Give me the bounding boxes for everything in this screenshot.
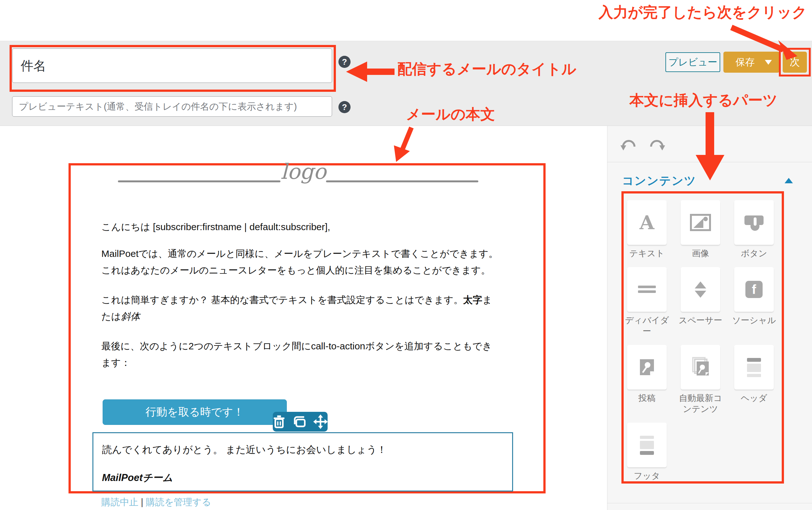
footer-block-icon bbox=[639, 435, 655, 455]
block-item-text[interactable]: A テキスト bbox=[627, 200, 667, 259]
paragraph-plain-line2: これはあなたのメールのニュースレターをもっと個人的に注目を集めることができます。 bbox=[102, 265, 490, 275]
block-toolbar bbox=[273, 412, 328, 432]
italic-sample: 斜体 bbox=[121, 311, 140, 322]
cta-button[interactable]: 行動を取る時です！ bbox=[103, 399, 287, 425]
block-label: ディバイダー bbox=[623, 315, 671, 337]
subject-input[interactable] bbox=[12, 49, 332, 83]
logo-text: logo bbox=[278, 159, 329, 184]
block-label: 画像 bbox=[676, 248, 724, 259]
block-item-divider[interactable]: ディバイダー bbox=[627, 267, 667, 337]
redo-icon[interactable] bbox=[648, 136, 665, 151]
mailpoet-editor-screen: 入力が完了したら次をクリック ? ? 配信するメールのタイトル メールの本文 プ… bbox=[0, 0, 812, 510]
block-label: ヘッダ bbox=[730, 393, 778, 403]
email-greeting[interactable]: こんにちは [subscriber:firstname | default:su… bbox=[102, 219, 500, 235]
save-button-label: 保存 bbox=[735, 56, 755, 69]
preview-button[interactable]: プレビュー bbox=[665, 52, 720, 72]
content-block-grid: A テキスト 画像 ボタン bbox=[627, 200, 774, 481]
header-block-icon bbox=[746, 357, 762, 377]
logo-divider-left bbox=[118, 180, 281, 182]
email-footer-links: 購読中止 | 購読を管理する bbox=[102, 496, 211, 509]
bold-sample: 太字 bbox=[463, 294, 482, 305]
email-paragraph-format[interactable]: これは簡単すぎますか？ 基本的な書式でテキストを書式設定することはできます。太字… bbox=[102, 292, 500, 325]
closing-text: 読んでくれてありがとう。 また近いうちにお会いしましょう！ bbox=[102, 443, 386, 456]
latest-content-block-icon bbox=[690, 357, 710, 377]
move-block-icon[interactable] bbox=[313, 414, 328, 429]
social-block-icon: f bbox=[745, 281, 763, 298]
content-panel-heading: コンンテンツ bbox=[622, 173, 696, 189]
block-label: 投稿 bbox=[623, 393, 671, 403]
duplicate-block-icon[interactable] bbox=[292, 415, 306, 428]
email-paragraph-plain[interactable]: MailPoetでは、通常のメールと同様に、メールをプレーンテキストで書くことが… bbox=[102, 246, 500, 279]
block-label: テキスト bbox=[623, 248, 671, 259]
annotation-mail-body: メールの本文 bbox=[406, 105, 495, 124]
annotation-subject-title: 配信するメールのタイトル bbox=[397, 59, 577, 79]
annotation-box-next bbox=[779, 48, 811, 77]
block-item-button[interactable]: ボタン bbox=[734, 200, 774, 259]
block-item-posts[interactable]: 投稿 bbox=[627, 345, 667, 414]
annotation-sidebar-parts: 本文に挿入するパーツ bbox=[629, 90, 778, 110]
image-block-icon bbox=[690, 214, 711, 231]
delete-block-icon[interactable] bbox=[273, 415, 285, 429]
block-item-spacer[interactable]: スペーサー bbox=[681, 267, 720, 337]
sidebar-divider-top bbox=[607, 162, 812, 162]
block-label: ボタン bbox=[730, 248, 778, 259]
logo-divider-right bbox=[326, 180, 478, 182]
subject-help-icon[interactable]: ? bbox=[339, 56, 351, 68]
manage-subscription-link[interactable]: 購読を管理する bbox=[146, 497, 211, 507]
annotation-next-click: 入力が完了したら次をクリック bbox=[599, 3, 807, 22]
undo-icon[interactable] bbox=[620, 136, 637, 151]
sidebar-divider-bottom bbox=[607, 503, 812, 503]
signature-text: MailPoetチーム bbox=[102, 471, 173, 484]
footer-separator: | bbox=[141, 497, 143, 507]
preview-help-icon[interactable]: ? bbox=[339, 101, 351, 113]
paragraph-format-text: これは簡単すぎますか？ 基本的な書式でテキストを書式設定することはできます。 bbox=[102, 294, 463, 305]
posts-block-icon bbox=[637, 357, 657, 377]
paragraph-plain-line1: MailPoetでは、通常のメールと同様に、メールをプレーンテキストで書くことが… bbox=[102, 248, 498, 259]
block-item-social[interactable]: f ソーシャル bbox=[734, 267, 774, 337]
block-label: 自動最新コンテンツ bbox=[676, 393, 724, 414]
block-label: ソーシャル bbox=[730, 315, 778, 326]
save-button[interactable]: 保存 bbox=[723, 52, 780, 73]
block-item-latest-content[interactable]: 自動最新コンテンツ bbox=[681, 345, 720, 414]
email-paragraph-cta[interactable]: 最後に、次のように2つのテキストブロック間にcall-to-actionボタンを… bbox=[102, 338, 500, 371]
block-label: フッタ bbox=[623, 471, 671, 481]
divider-block-icon bbox=[638, 286, 656, 293]
collapse-panel-icon[interactable] bbox=[785, 178, 793, 183]
preview-text-input[interactable] bbox=[12, 96, 332, 117]
save-dropdown-caret-icon[interactable] bbox=[765, 60, 772, 65]
block-item-image[interactable]: 画像 bbox=[681, 200, 720, 259]
button-block-icon bbox=[744, 213, 764, 232]
spacer-block-icon bbox=[690, 280, 710, 299]
block-item-footer[interactable]: フッタ bbox=[627, 423, 667, 481]
block-item-header[interactable]: ヘッダ bbox=[734, 345, 774, 414]
text-block-icon: A bbox=[640, 213, 655, 232]
unsubscribe-link[interactable]: 購読中止 bbox=[102, 497, 138, 507]
block-label: スペーサー bbox=[676, 315, 724, 326]
